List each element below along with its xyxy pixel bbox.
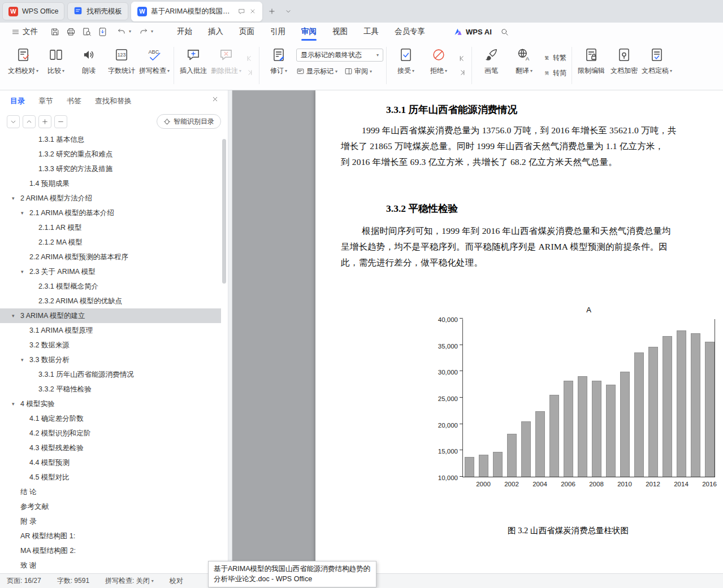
toc-expand-button[interactable]	[23, 115, 36, 128]
toc-expand-all-button[interactable]	[38, 115, 51, 128]
toc-item[interactable]: 4.5 模型对比	[0, 470, 221, 485]
sidebar-tab-bookmarks[interactable]: 书签	[67, 96, 81, 106]
menu-page[interactable]: 页面	[231, 23, 262, 41]
redo-button[interactable]	[137, 25, 150, 38]
translate-button[interactable]: A翻译▾	[508, 43, 540, 88]
insert-comment-button[interactable]: 插入批注	[177, 43, 210, 88]
markup-state-combobox[interactable]: 显示标记的最终状态▾	[296, 49, 383, 62]
comment-nav-next-button[interactable]	[244, 68, 254, 77]
menu-home[interactable]: 开始	[169, 23, 200, 41]
toc-collapse-all-button[interactable]	[54, 115, 67, 128]
to-simplified-button[interactable]: 简转简	[543, 68, 566, 78]
toc-item[interactable]: 参考文献	[0, 499, 221, 514]
svg-text:123: 123	[118, 52, 126, 58]
menu-view[interactable]: 视图	[324, 23, 356, 41]
toc-item[interactable]: 3.3.1 历年山西省能源消费情况	[0, 367, 221, 382]
tab-list-button[interactable]	[282, 5, 295, 18]
toc-item[interactable]: 4.4 模型预测	[0, 455, 221, 470]
wps-office-home-tab[interactable]: W WPS Office	[2, 2, 64, 20]
document-page[interactable]: 3.3.1 历年山西省能源消费情况 1999 年山西省煤炭消费总量为 13756…	[315, 90, 723, 573]
wps-ai-button[interactable]: WPS AI	[453, 27, 492, 37]
print-button[interactable]	[64, 25, 77, 38]
change-nav-previous-button[interactable]	[457, 54, 467, 63]
track-changes-button[interactable]: 修订▾	[262, 43, 295, 88]
proofread-button[interactable]: 校对	[170, 576, 183, 586]
undo-button[interactable]	[115, 25, 128, 38]
toc-item[interactable]: 3.3.2 平稳性检验	[0, 382, 221, 397]
spell-check-button[interactable]: ABC拼写检查▾	[138, 43, 171, 88]
delete-comment-button[interactable]: 删除批注▾	[210, 43, 243, 88]
toc-item[interactable]: 2.1.2 MA 模型	[0, 235, 221, 250]
to-traditional-button[interactable]: 繁转繁	[543, 53, 566, 63]
spellcheck-toggle[interactable]: 拼写检查: 关闭 ▾	[105, 576, 154, 586]
close-tab-icon[interactable]	[249, 8, 256, 15]
export-pdf-button[interactable]	[96, 25, 109, 38]
sidebar-tab-chapters[interactable]: 章节	[38, 96, 53, 106]
comment-bubble-icon[interactable]	[238, 8, 245, 15]
toc-item[interactable]: 3.2 数据来源	[0, 338, 221, 352]
dropdown-caret-icon: ▾	[62, 69, 64, 73]
toc-item[interactable]: 1.3.2 研究的重点和难点	[0, 147, 221, 162]
close-sidebar-button[interactable]	[211, 95, 219, 103]
toc-item[interactable]: ▾3 ARIMA 模型的建立	[0, 308, 221, 323]
toc-item[interactable]: ▾2.1 ARIMA 模型的基本介绍	[0, 206, 221, 220]
to-traditional-label: 转繁	[553, 53, 566, 63]
toc-item[interactable]: 结 论	[0, 485, 221, 499]
svg-text:繁: 繁	[545, 55, 549, 60]
tab-template-store[interactable]: 找稻壳模板	[67, 2, 128, 20]
save-button[interactable]	[48, 25, 62, 38]
window-title-tooltip: 基于ARIMA模型的我国山西省能源消费结构趋势的分析毕业论文.doc - WPS…	[208, 561, 376, 588]
compare-button[interactable]: 比较▾	[40, 43, 72, 88]
toc-item[interactable]: 4.2 模型识别和定阶	[0, 426, 221, 441]
menu-insert[interactable]: 插入	[200, 23, 231, 41]
change-nav-next-button[interactable]	[457, 68, 467, 77]
menu-tools[interactable]: 工具	[356, 23, 387, 41]
read-aloud-button[interactable]: 朗读	[72, 43, 105, 88]
sidebar-tab-find-replace[interactable]: 查找和替换	[95, 96, 132, 106]
toc-item[interactable]: 致 谢	[0, 558, 221, 573]
accept-changes-button[interactable]: 接受▾	[389, 43, 422, 88]
toc-item[interactable]: AR 模型结构图 1:	[0, 529, 221, 543]
sidebar-resize-handle[interactable]	[228, 90, 232, 573]
menu-review[interactable]: 审阅	[293, 23, 324, 41]
toc-item[interactable]: ▾2 ARIMA 模型方法介绍	[0, 191, 221, 206]
show-markup-button[interactable]: 显示标记▾	[296, 67, 337, 76]
toc-item[interactable]: 附 录	[0, 514, 221, 529]
search-button[interactable]	[497, 24, 512, 39]
toc-item[interactable]: 3.1 ARIMA 模型原理	[0, 323, 221, 338]
toc-item[interactable]: 2.2 ARIMA 模型预测的基本程序	[0, 250, 221, 264]
toc-item[interactable]: 1.3.1 基本信息	[0, 136, 221, 147]
restrict-editing-label: 限制编辑	[578, 66, 605, 76]
toc-item[interactable]: 4.1 确定差分阶数	[0, 411, 221, 426]
encrypt-document-button[interactable]: 文档加密	[608, 43, 640, 88]
restrict-editing-button[interactable]: 限制编辑	[575, 43, 608, 88]
toc-item[interactable]: ▾4 模型实验	[0, 397, 221, 411]
comment-nav-previous-button[interactable]	[244, 54, 254, 63]
reject-changes-button[interactable]: 拒绝▾	[422, 43, 455, 88]
sidebar-scrollbar[interactable]	[222, 139, 226, 284]
sidebar-tab-toc[interactable]: 目录	[10, 96, 25, 106]
review-pane-button[interactable]: 审阅▾	[344, 67, 372, 76]
toc-item[interactable]: ▾2.3 关于 ARIMA 模型	[0, 264, 221, 279]
menu-membership[interactable]: 会员专享	[387, 23, 433, 41]
menu-reference[interactable]: 引用	[262, 23, 293, 41]
toc-item[interactable]: 4.3 模型残差检验	[0, 441, 221, 455]
toc-item[interactable]: 2.3.2 ARIMA 模型的优缺点	[0, 294, 221, 308]
toc-item[interactable]: 1.3.3 研究的方法及措施	[0, 162, 221, 176]
ink-brush-button[interactable]: 画笔	[475, 43, 508, 88]
toc-item[interactable]: ▾3.3 数据分析	[0, 352, 221, 367]
finalize-document-button[interactable]: 文档定稿▾	[640, 43, 673, 88]
toc-item[interactable]: MA 模型结构图 2:	[0, 543, 221, 558]
file-menu-button[interactable]: 文件	[7, 24, 42, 39]
tab-arima-doc[interactable]: W基于ARIMA模型的我国山西省...	[131, 2, 262, 21]
toc-item[interactable]: 2.1.1 AR 模型	[0, 220, 221, 235]
doc-proofing-button[interactable]: 文档校对▾	[7, 43, 40, 88]
smart-toc-button[interactable]: 智能识别目录	[157, 114, 221, 129]
new-tab-button[interactable]	[265, 5, 279, 18]
toc-item[interactable]: 1.4 预期成果	[0, 176, 221, 191]
word-count-button[interactable]: 123字数统计	[105, 43, 138, 88]
print-preview-button[interactable]	[80, 25, 93, 38]
toc-item[interactable]: 2.3.1 模型概念简介	[0, 279, 221, 294]
toc-collapse-button[interactable]	[7, 115, 20, 128]
toc-item-label: 3.3.1 历年山西省能源消费情况	[38, 370, 134, 380]
